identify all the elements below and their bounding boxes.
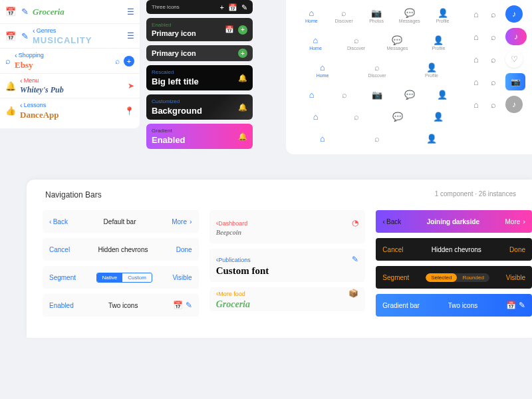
navbar-segment[interactable]: Segment NativeCustom Visible: [43, 266, 199, 289]
tab-photos[interactable]: 📷: [367, 90, 387, 100]
edit-icon[interactable]: ✎: [352, 255, 358, 264]
home-icon[interactable]: ⌂: [471, 54, 481, 65]
back-button[interactable]: ‹Back: [49, 217, 68, 225]
edit-icon[interactable]: ✎: [519, 301, 525, 310]
search-icon[interactable]: ⌕: [488, 76, 499, 87]
tab-profile[interactable]: 👤Profile: [428, 35, 448, 51]
back-link[interactable]: ‹Genres: [33, 27, 123, 35]
fab-grey[interactable]: ♪: [505, 96, 523, 113]
plus-icon[interactable]: +: [220, 3, 224, 11]
tab-home[interactable]: ⌂: [313, 134, 332, 144]
add-button[interactable]: +: [124, 56, 134, 66]
tab-home[interactable]: ⌂Home: [313, 63, 332, 78]
search-icon[interactable]: ⌕: [115, 57, 120, 66]
fab-blue[interactable]: ♪: [505, 5, 523, 23]
list-icon[interactable]: ☰: [127, 31, 134, 41]
tab-discover[interactable]: ⌕: [346, 112, 366, 122]
navbar-publications[interactable]: ‹Publications✎ Custom font: [209, 249, 366, 282]
back-link[interactable]: ‹Menu: [20, 76, 124, 84]
navbar-hidden-chevrons-dark[interactable]: Cancel Hidden chevrons Done: [376, 238, 532, 261]
tab-home[interactable]: ⌂Home: [306, 35, 326, 51]
tab-profile[interactable]: 👤Profile: [433, 8, 453, 23]
navbar-more-food[interactable]: ‹More food📦 Groceria: [209, 287, 366, 311]
tab-discover[interactable]: ⌕Discover: [334, 8, 354, 23]
add-button[interactable]: +: [238, 25, 247, 35]
tab-profile[interactable]: 👤Profile: [422, 63, 442, 78]
tab-messages[interactable]: 💬: [388, 112, 408, 122]
tab-home[interactable]: ⌂Home: [301, 8, 321, 23]
tab-home[interactable]: ⌂: [302, 90, 322, 100]
navbar-two-icons[interactable]: Enabled Two icons 📅✎: [43, 294, 199, 317]
calendar-icon[interactable]: 📅: [228, 3, 237, 11]
navbar-gradient[interactable]: Gradient Enabled 🔔: [146, 124, 253, 149]
logo-bar-row[interactable]: ⌕ ‹Shopping Ebsy ⌕ +: [0, 49, 140, 74]
tab-home[interactable]: ⌂: [306, 112, 326, 122]
navbar-segment-dark[interactable]: Segment SelectedRounded Visible: [376, 266, 532, 289]
tab-discover[interactable]: ⌕: [367, 134, 387, 144]
segment-control[interactable]: NativeCustom: [96, 273, 152, 283]
package-icon[interactable]: 📦: [348, 289, 358, 298]
bell-icon[interactable]: 🔔: [238, 103, 247, 112]
fab-purple[interactable]: ♪: [505, 28, 527, 45]
more-button[interactable]: More›: [172, 217, 192, 225]
done-button[interactable]: Done: [509, 246, 525, 253]
logo-bar-row[interactable]: 👍 ‹Lessons DanceApp 📍: [0, 98, 140, 123]
navbar-background[interactable]: Customized Background 🔔: [146, 94, 253, 120]
nav-icon[interactable]: ➤: [128, 81, 134, 90]
back-link[interactable]: ‹Lessons: [20, 101, 120, 109]
navbar-darkside[interactable]: ‹Back Joining darkside More›: [376, 210, 532, 233]
tab-messages[interactable]: 💬Messages: [399, 8, 420, 23]
edit-icon[interactable]: ✎: [241, 3, 247, 11]
home-icon[interactable]: ⌂: [471, 76, 481, 87]
cancel-button[interactable]: Cancel: [49, 246, 70, 253]
bell-icon[interactable]: 🔔: [238, 132, 247, 141]
done-button[interactable]: Done: [176, 246, 192, 253]
calendar-icon[interactable]: 📅: [506, 301, 516, 310]
tab-discover[interactable]: ⌕: [334, 90, 354, 100]
fab-white[interactable]: ♡: [505, 51, 523, 68]
navbar-gradient-bar[interactable]: Gradient bar Two icons 📅✎: [376, 294, 532, 317]
cancel-button[interactable]: Cancel: [382, 246, 403, 253]
calendar-icon[interactable]: 📅: [225, 25, 234, 35]
navbar-three-icons[interactable]: Three icons +📅✎: [146, 0, 253, 14]
list-icon[interactable]: ☰: [127, 7, 134, 17]
navbar-default[interactable]: ‹Back Default bar More›: [43, 210, 199, 233]
bell-icon[interactable]: 🔔: [238, 74, 247, 82]
logo-bar-row[interactable]: 📅✎ Groceria ☰: [0, 0, 140, 24]
tab-discover[interactable]: ⌕Discover: [367, 63, 387, 78]
navbar-big-title[interactable]: Rescaled Big left title 🔔: [146, 65, 253, 90]
chart-icon[interactable]: ◔: [352, 218, 358, 227]
navbar-primary-icon[interactable]: Enabled Primary icon 📅+: [146, 18, 253, 41]
tab-profile[interactable]: 👤: [422, 134, 442, 144]
search-icon[interactable]: ⌕: [488, 31, 499, 42]
more-button[interactable]: More›: [505, 217, 525, 225]
fab-camera[interactable]: 📷: [505, 73, 525, 90]
navbar-primary-icon[interactable]: Primary icon +: [146, 45, 253, 61]
pin-icon[interactable]: 📍: [124, 106, 134, 116]
tab-photos[interactable]: 📷Photos: [366, 8, 386, 23]
search-icon[interactable]: ⌕: [488, 99, 499, 110]
home-icon[interactable]: ⌂: [471, 31, 481, 42]
navbar-dashboard[interactable]: ‹Dashboard◔ Beepcoin: [209, 210, 366, 243]
tab-profile[interactable]: 👤: [432, 90, 452, 100]
search-icon[interactable]: ⌕: [488, 54, 499, 65]
home-icon[interactable]: ⌂: [471, 99, 481, 110]
edit-icon[interactable]: ✎: [186, 301, 192, 310]
tab-discover[interactable]: ⌕Discover: [346, 35, 366, 51]
navbar-hidden-chevrons[interactable]: Cancel Hidden chevrons Done: [43, 238, 199, 261]
search-icon[interactable]: ⌕: [488, 9, 499, 19]
logo-bar-row[interactable]: 📅✎ ‹Genres MUSICALITY ☰: [0, 24, 140, 49]
home-icon[interactable]: ⌂: [471, 9, 481, 19]
back-link[interactable]: ‹Shopping: [15, 51, 111, 59]
calendar-icon[interactable]: 📅: [173, 301, 183, 310]
back-button[interactable]: ‹Back: [382, 217, 401, 225]
back-button[interactable]: ‹More food: [216, 289, 245, 297]
logo-bar-row[interactable]: 🔔 ‹Menu Whitey's Pub ➤: [0, 74, 140, 98]
segment-control[interactable]: SelectedRounded: [426, 273, 489, 282]
back-button[interactable]: ‹Dashboard: [216, 219, 248, 227]
add-button[interactable]: +: [238, 49, 247, 58]
back-button[interactable]: ‹Publications: [216, 255, 251, 263]
tab-messages[interactable]: 💬: [400, 90, 420, 100]
tab-profile[interactable]: 👤: [428, 112, 448, 122]
tab-messages[interactable]: 💬Messages: [387, 35, 408, 51]
